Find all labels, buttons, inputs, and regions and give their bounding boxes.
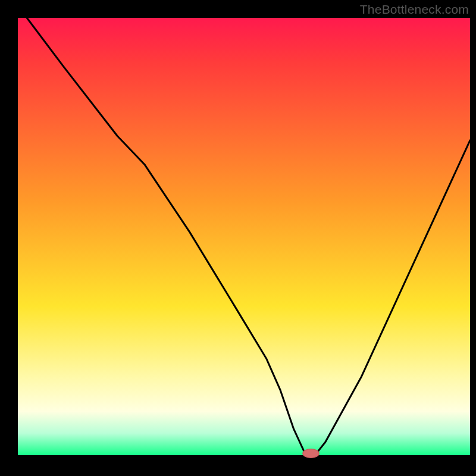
plot-area	[18, 18, 470, 455]
optimum-marker	[303, 449, 319, 458]
bottleneck-chart-svg	[0, 0, 476, 476]
chart-container: { "watermark": "TheBottleneck.com", "col…	[0, 0, 476, 476]
watermark-text: TheBottleneck.com	[360, 2, 469, 17]
